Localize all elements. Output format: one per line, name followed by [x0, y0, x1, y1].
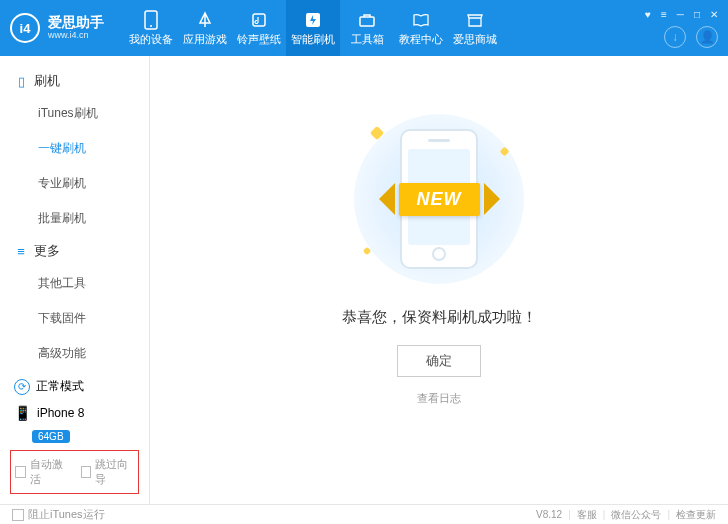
nav-flash[interactable]: 智能刷机	[286, 0, 340, 56]
minimize-button[interactable]: ─	[677, 9, 684, 20]
flash-icon	[303, 10, 323, 30]
ok-button[interactable]: 确定	[397, 345, 481, 377]
status-bar: 阻止iTunes运行 V8.12 | 客服 | 微信公众号 | 检查更新	[0, 504, 728, 524]
apps-icon	[195, 10, 215, 30]
svg-rect-2	[253, 14, 265, 26]
nav-ringtones[interactable]: 铃声壁纸	[232, 0, 286, 56]
nav-label: 我的设备	[129, 32, 173, 47]
nav-apps[interactable]: 应用游戏	[178, 0, 232, 56]
sidebar-bottom: ⟳ 正常模式 📱 iPhone 8 64GB 自动激活 跳过向导	[0, 365, 149, 504]
support-link[interactable]: 客服	[577, 508, 597, 522]
sidebar-item-batch-flash[interactable]: 批量刷机	[0, 201, 149, 236]
separator: |	[568, 509, 571, 520]
sidebar-category-flash[interactable]: ▯ 刷机	[0, 66, 149, 96]
checkbox-label: 跳过向导	[95, 457, 134, 487]
store-icon	[465, 10, 485, 30]
nav-label: 铃声壁纸	[237, 32, 281, 47]
auto-activate-checkbox[interactable]: 自动激活	[15, 457, 69, 487]
music-icon	[249, 10, 269, 30]
success-message: 恭喜您，保资料刷机成功啦！	[342, 308, 537, 327]
phone-outline-icon: ▯	[14, 74, 28, 88]
phone-small-icon: 📱	[14, 405, 31, 421]
device-name: iPhone 8	[37, 406, 84, 420]
svg-rect-4	[360, 17, 374, 26]
new-ribbon: NEW	[399, 183, 480, 216]
close-button[interactable]: ✕	[710, 9, 718, 20]
download-button[interactable]: ↓	[664, 26, 686, 48]
main-content: NEW 恭喜您，保资料刷机成功啦！ 确定 查看日志	[150, 56, 728, 504]
sidebar-item-pro-flash[interactable]: 专业刷机	[0, 166, 149, 201]
menu-icon[interactable]: ≡	[661, 9, 667, 20]
brand-title: 爱思助手	[48, 15, 104, 30]
block-itunes-checkbox[interactable]: 阻止iTunes运行	[12, 507, 105, 522]
sidebar-item-advanced[interactable]: 高级功能	[0, 336, 149, 365]
book-icon	[411, 10, 431, 30]
sidebar-scroll: ▯ 刷机 iTunes刷机 一键刷机 专业刷机 批量刷机 ≡ 更多 其他工具 下…	[0, 56, 149, 365]
nav-label: 应用游戏	[183, 32, 227, 47]
sidebar-item-other-tools[interactable]: 其他工具	[0, 266, 149, 301]
success-illustration: NEW	[339, 114, 539, 284]
top-nav: 我的设备 应用游戏 铃声壁纸 智能刷机 工具箱 教程中心 爱思商城	[124, 0, 502, 56]
category-label: 更多	[34, 242, 60, 260]
connected-device[interactable]: 📱 iPhone 8	[10, 400, 139, 426]
capacity-badge: 64GB	[32, 430, 70, 443]
sparkle-icon	[370, 126, 384, 140]
header-circle-buttons: ↓ 👤	[664, 26, 718, 48]
refresh-icon: ⟳	[14, 379, 30, 395]
cart-icon[interactable]: ♥	[645, 9, 651, 20]
mode-label: 正常模式	[36, 378, 84, 395]
nav-toolbox[interactable]: 工具箱	[340, 0, 394, 56]
checkbox-icon	[15, 466, 26, 478]
account-button[interactable]: 👤	[696, 26, 718, 48]
nav-tutorials[interactable]: 教程中心	[394, 0, 448, 56]
sidebar-item-download-firmware[interactable]: 下载固件	[0, 301, 149, 336]
highlighted-options: 自动激活 跳过向导	[10, 450, 139, 494]
wechat-link[interactable]: 微信公众号	[611, 508, 661, 522]
svg-point-1	[150, 25, 152, 27]
nav-label: 教程中心	[399, 32, 443, 47]
sparkle-icon	[500, 147, 510, 157]
nav-label: 爱思商城	[453, 32, 497, 47]
separator: |	[603, 509, 606, 520]
toolbox-icon	[357, 10, 377, 30]
nav-label: 智能刷机	[291, 32, 335, 47]
version-label: V8.12	[536, 509, 562, 520]
sparkle-icon	[363, 247, 371, 255]
checkbox-icon	[81, 466, 92, 478]
view-log-link[interactable]: 查看日志	[417, 391, 461, 406]
more-icon: ≡	[14, 244, 28, 258]
skip-wizard-checkbox[interactable]: 跳过向导	[81, 457, 135, 487]
brand: i4 爱思助手 www.i4.cn	[10, 13, 104, 43]
sidebar-item-oneclick-flash[interactable]: 一键刷机	[0, 131, 149, 166]
brand-url: www.i4.cn	[48, 31, 104, 41]
maximize-button[interactable]: □	[694, 9, 700, 20]
nav-store[interactable]: 爱思商城	[448, 0, 502, 56]
category-label: 刷机	[34, 72, 60, 90]
sidebar-item-itunes-flash[interactable]: iTunes刷机	[0, 96, 149, 131]
nav-label: 工具箱	[351, 32, 384, 47]
separator: |	[667, 509, 670, 520]
checkbox-label: 自动激活	[30, 457, 69, 487]
body: ▯ 刷机 iTunes刷机 一键刷机 专业刷机 批量刷机 ≡ 更多 其他工具 下…	[0, 56, 728, 504]
footer-right: V8.12 | 客服 | 微信公众号 | 检查更新	[536, 508, 716, 522]
sidebar-category-more[interactable]: ≡ 更多	[0, 236, 149, 266]
checkbox-icon	[12, 509, 24, 521]
nav-my-device[interactable]: 我的设备	[124, 0, 178, 56]
checkbox-label: 阻止iTunes运行	[28, 507, 105, 522]
brand-logo-icon: i4	[10, 13, 40, 43]
header: i4 爱思助手 www.i4.cn 我的设备 应用游戏 铃声壁纸 智能刷机 工具…	[0, 0, 728, 56]
device-mode[interactable]: ⟳ 正常模式	[10, 373, 139, 400]
sidebar: ▯ 刷机 iTunes刷机 一键刷机 专业刷机 批量刷机 ≡ 更多 其他工具 下…	[0, 56, 150, 504]
phone-icon	[141, 10, 161, 30]
header-right: ♥ ≡ ─ □ ✕ ↓ 👤	[645, 9, 722, 48]
check-update-link[interactable]: 检查更新	[676, 508, 716, 522]
brand-text: 爱思助手 www.i4.cn	[48, 15, 104, 40]
window-controls: ♥ ≡ ─ □ ✕	[645, 9, 718, 20]
